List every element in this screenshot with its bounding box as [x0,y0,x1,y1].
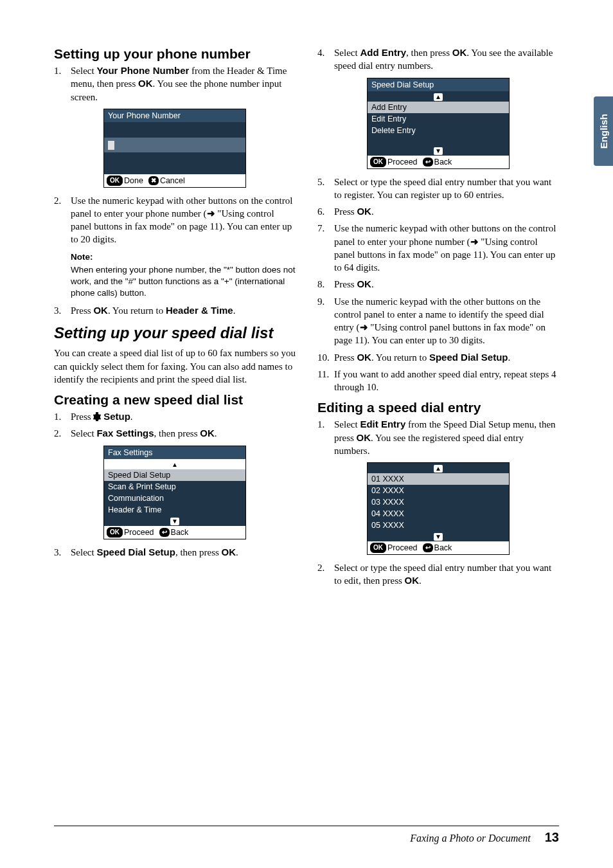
lcd-scroll-down: ▼ [368,145,509,156]
step-number: 9. [317,295,334,347]
step-body: Use the numeric keypad with other button… [71,194,296,246]
heading-create: Creating a new speed dial list [54,392,296,408]
lcd-menu-item: Edit Entry [368,113,509,125]
step-body: Use the numeric keypad with other button… [334,222,559,274]
step-body: Select Edit Entry from the Speed Dial Se… [334,418,559,457]
lcd-status-bar: OKDone ✖Cancel [104,174,245,187]
ok-icon: OK [370,157,386,167]
lcd-status-bar: OKProceed ↩Back [368,541,509,554]
lcd-blank [368,136,509,145]
language-label: English [598,114,609,149]
step-create-1: 1. Press Setup. [54,410,296,423]
step-create-10: 10. Press OK. You return to Speed Dial S… [317,351,559,364]
step-body: Select Speed Dial Setup, then press OK. [71,546,296,559]
back-icon: ↩ [423,158,433,167]
lcd-input-row [104,138,245,152]
triangle-down-icon: ▼ [434,147,443,155]
triangle-up-icon: ▲ [434,465,443,473]
step-number: 2. [54,194,71,246]
footer-page-number: 13 [545,830,559,844]
note: Note: When entering your phone number, t… [71,251,296,300]
step-number: 6. [317,205,334,218]
step-create-6: 6. Press OK. [317,205,559,218]
step-edit-1: 1. Select Edit Entry from the Speed Dial… [317,418,559,457]
left-column: Setting up your phone number 1. Select Y… [54,46,296,592]
step-edit-2: 2. Select or type the speed dial entry n… [317,561,559,588]
step-body: Use the numeric keypad with the other bu… [334,295,559,347]
lcd-blank [104,122,245,138]
step-number: 1. [317,418,334,457]
lcd-entry-list: ▲ 01 XXXX 02 XXXX 03 XXXX 04 XXXX 05 XXX… [367,462,510,555]
step-create-7: 7. Use the numeric keypad with other but… [317,222,559,274]
arrow-right-icon: ➜ [360,321,368,332]
step-phone-1: 1. Select Your Phone Number from the Hea… [54,64,296,104]
lcd-menu-item: Speed Dial Setup [104,469,245,481]
back-icon: ✖ [148,176,159,185]
lcd-list-item: 03 XXXX [368,496,509,508]
status-proceed: Proceed [124,528,154,537]
note-body: When entering your phone number, the "*"… [71,264,296,300]
page: Setting up your phone number 1. Select Y… [0,0,613,630]
step-body: Press OK. [334,278,559,291]
step-create-2: 2. Select Fax Settings, then press OK. [54,427,296,440]
step-number: 7. [317,222,334,274]
step-body: Select or type the speed dial entry numb… [334,561,559,588]
step-body: Select or type the speed dial entry numb… [334,176,559,202]
setup-icon [93,412,101,421]
step-number: 1. [54,64,71,104]
step-body: Select Your Phone Number from the Header… [71,64,296,104]
back-icon: ↩ [159,528,170,537]
step-number: 11. [317,368,334,394]
lcd-menu-item: Header & Time [104,504,245,516]
lcd-status-bar: OKProceed ↩Back [104,526,245,539]
step-body: If you want to add another speed dial en… [334,368,559,394]
step-number: 3. [54,546,71,559]
step-number: 10. [317,351,334,364]
lcd-speed-dial-setup: Speed Dial Setup ▲ Add Entry Edit Entry … [367,78,510,169]
heading-phone: Setting up your phone number [54,46,296,62]
step-create-4: 4. Select Add Entry, then press OK. You … [317,46,559,73]
ok-icon: OK [107,527,123,538]
triangle-up-icon: ▲ [172,462,178,468]
step-body: Press Setup. [71,410,296,423]
step-body: Press OK. You return to Header & Time. [71,304,296,317]
step-create-11: 11. If you want to add another speed dia… [317,368,559,394]
lcd-scroll-down: ▼ [368,531,509,541]
triangle-down-icon: ▼ [170,518,179,525]
lcd-scroll-up: ▲ [104,459,245,469]
lcd-list-item: 02 XXXX [368,485,509,496]
lcd-scroll-up: ▲ [368,91,509,102]
heading-speed-dial: Setting up your speed dial list [54,324,296,342]
step-number: 8. [317,278,334,291]
back-icon: ↩ [423,543,433,552]
lcd-scroll-down: ▼ [104,516,245,526]
step-body: Press OK. You return to Speed Dial Setup… [334,351,559,364]
status-proceed: Proceed [387,158,418,167]
step-create-5: 5. Select or type the speed dial entry n… [317,176,559,202]
step-number: 2. [54,427,71,440]
step-body: Press OK. [334,205,559,218]
footer-section: Faxing a Photo or Document [410,833,531,844]
heading-edit: Editing a speed dial entry [317,400,559,415]
arrow-right-icon: ➜ [207,208,215,219]
step-body: Select Fax Settings, then press OK. [71,427,296,440]
speed-dial-intro: You can create a speed dial list of up t… [54,347,296,386]
step-number: 4. [317,46,334,73]
step-create-8: 8. Press OK. [317,278,559,291]
lcd-title: Your Phone Number [104,109,245,122]
step-number: 1. [54,410,71,423]
lcd-title: Fax Settings [104,446,245,459]
arrow-right-icon: ➜ [470,236,479,247]
lcd-your-phone-number: Your Phone Number OKDone ✖Cancel [103,109,246,188]
step-phone-2: 2. Use the numeric keypad with other but… [54,194,296,246]
triangle-up-icon: ▲ [434,93,443,101]
status-back: Back [434,543,452,552]
step-number: 2. [317,561,334,588]
language-tab: English [594,96,613,166]
step-phone-3: 3. Press OK. You return to Header & Time… [54,304,296,317]
status-back: Back [434,158,452,167]
lcd-list-item: 01 XXXX [368,473,509,485]
lcd-list-item: 04 XXXX [368,508,509,520]
lcd-menu-item: Scan & Print Setup [104,481,245,493]
lcd-menu-item: Communication [104,493,245,504]
